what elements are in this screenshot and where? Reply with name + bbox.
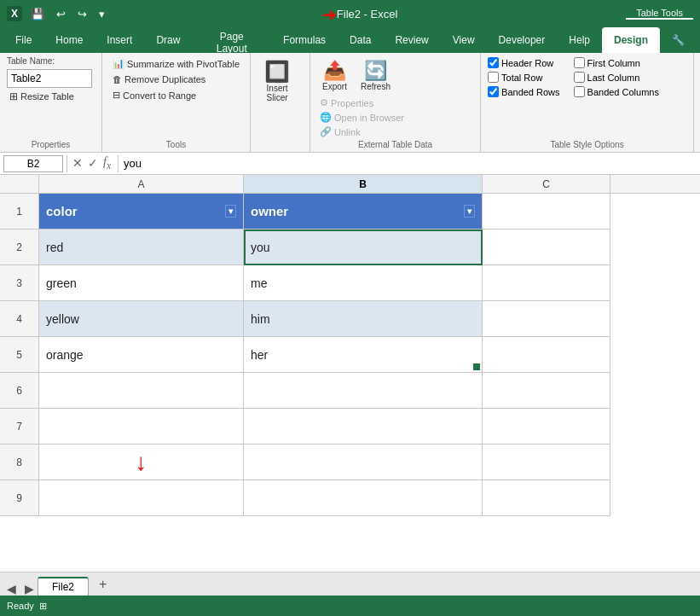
- row-num-3: 3: [0, 265, 39, 301]
- corner-cell: [0, 175, 39, 193]
- total-row-checkbox[interactable]: [488, 72, 499, 83]
- row-num-6: 6: [0, 373, 39, 409]
- confirm-formula-icon[interactable]: ✓: [86, 156, 100, 170]
- grid-cell-1c[interactable]: [483, 194, 610, 230]
- grid-cell-6a[interactable]: [39, 373, 244, 409]
- grid-cell-9a[interactable]: [39, 480, 244, 516]
- table-resize-handle[interactable]: [473, 363, 480, 370]
- banded-rows-label[interactable]: Banded Rows: [501, 87, 560, 97]
- first-column-checkbox[interactable]: [574, 57, 585, 68]
- unlink-button: 🔗 Unlink: [317, 125, 407, 138]
- export-button[interactable]: 📤 Export: [317, 56, 352, 95]
- grid-cell-3c[interactable]: [483, 265, 610, 301]
- grid-cell-3b[interactable]: me: [244, 265, 483, 301]
- grid-cell-2a[interactable]: red: [39, 230, 244, 265]
- redo-button[interactable]: ↪: [74, 6, 90, 22]
- first-column-label[interactable]: First Column: [587, 58, 640, 68]
- grid-cell-7c[interactable]: [483, 409, 610, 445]
- col-header-c[interactable]: C: [483, 175, 610, 193]
- grid-cell-8c[interactable]: [483, 445, 610, 480]
- tab-view[interactable]: View: [441, 27, 487, 53]
- tab-tools[interactable]: 🔧: [660, 27, 697, 53]
- qs-dropdown-button[interactable]: ▾: [95, 6, 108, 22]
- convert-label: Convert to Range: [123, 90, 196, 101]
- header-row-label[interactable]: Header Row: [501, 58, 553, 68]
- grid-cell-8b[interactable]: [244, 445, 483, 480]
- grid-cell-5a[interactable]: orange: [39, 337, 244, 373]
- owner-dropdown-arrow[interactable]: ▾: [464, 205, 475, 218]
- banded-rows-option: Banded Rows: [488, 85, 560, 98]
- table-name-input[interactable]: [7, 69, 92, 88]
- browser-label: Open in Browser: [334, 113, 404, 123]
- tab-formulas[interactable]: Formulas: [271, 27, 338, 53]
- grid-cell-6c[interactable]: [483, 373, 610, 409]
- resize-table-button[interactable]: ⊞ Resize Table: [7, 90, 92, 103]
- column-headers: A B C: [0, 175, 700, 194]
- tab-developer[interactable]: Developer: [487, 27, 558, 53]
- insert-slicer-button[interactable]: 🔲 InsertSlicer: [257, 56, 297, 106]
- grid-cell-9c[interactable]: [483, 480, 610, 516]
- tab-data[interactable]: Data: [338, 27, 383, 53]
- tab-insert[interactable]: Insert: [95, 27, 144, 53]
- table-header-color[interactable]: color ▾: [39, 194, 244, 230]
- header-row-checkbox[interactable]: [488, 57, 499, 68]
- banded-rows-checkbox[interactable]: [488, 86, 499, 97]
- grid-cell-2b[interactable]: you: [244, 230, 483, 265]
- excel-icon: X: [7, 6, 22, 21]
- slicer-label: InsertSlicer: [267, 84, 288, 102]
- col-header-b[interactable]: B: [244, 175, 483, 193]
- grid-cell-5b[interactable]: her: [244, 337, 483, 373]
- properties-icon: ⚙: [320, 97, 328, 108]
- properties-label: Properties: [331, 98, 373, 108]
- grid-cell-6b[interactable]: [244, 373, 483, 409]
- tab-file[interactable]: File: [3, 27, 43, 53]
- remove-duplicates-button[interactable]: 🗑 Remove Duplicates: [109, 73, 243, 86]
- tools-group-label: Tools: [109, 138, 243, 152]
- insert-function-icon[interactable]: fx: [101, 155, 113, 171]
- refresh-button[interactable]: 🔄 Refresh: [356, 56, 396, 95]
- tab-design[interactable]: Design: [602, 27, 660, 53]
- first-column-option: First Column: [574, 56, 659, 69]
- tab-draw[interactable]: Draw: [144, 27, 192, 53]
- grid-cell-9b[interactable]: [244, 480, 483, 516]
- title-text: File2 - Excel: [337, 8, 398, 20]
- cell-reference-box[interactable]: [3, 155, 63, 172]
- banded-columns-label[interactable]: Banded Columns: [587, 87, 659, 97]
- tab-help[interactable]: Help: [557, 27, 602, 53]
- tab-home[interactable]: Home: [43, 27, 95, 53]
- grid: 1 color ▾ owner ▾ 2 red you 3 green me: [0, 194, 700, 516]
- total-row-label[interactable]: Total Row: [501, 73, 542, 83]
- tab-review[interactable]: Review: [383, 27, 440, 53]
- summarize-pivottable-button[interactable]: 📊 Summarize with PivotTable: [109, 56, 243, 71]
- grid-cell-4a[interactable]: yellow: [39, 301, 244, 337]
- grid-cell-2c[interactable]: [483, 230, 610, 265]
- grid-cell-3a[interactable]: green: [39, 265, 244, 301]
- formula-icons: ✕ ✓ fx: [71, 155, 113, 171]
- undo-button[interactable]: ↩: [53, 6, 69, 22]
- formula-input[interactable]: [124, 157, 697, 170]
- tab-page-layout[interactable]: Page Layout: [192, 27, 271, 53]
- table-header-owner[interactable]: owner ▾: [244, 194, 483, 230]
- window-title: ➜ File2 - Excel: [108, 8, 626, 20]
- save-button[interactable]: 💾: [27, 6, 48, 22]
- tools-group: 📊 Summarize with PivotTable 🗑 Remove Dup…: [102, 53, 251, 152]
- grid-cell-5c[interactable]: [483, 337, 610, 373]
- color-dropdown-arrow[interactable]: ▾: [225, 205, 236, 218]
- cancel-formula-icon[interactable]: ✕: [71, 156, 84, 170]
- slicer-group-label: [257, 148, 303, 152]
- table-row: 3 green me: [0, 265, 700, 301]
- ribbon-tabs: File Home Insert Draw Page Layout Formul…: [0, 27, 700, 53]
- grid-cell-7b[interactable]: [244, 409, 483, 445]
- owner-header-text: owner: [251, 204, 288, 218]
- grid-cell-8a[interactable]: ↓: [39, 445, 244, 480]
- convert-to-range-button[interactable]: ⊟ Convert to Range: [109, 88, 243, 102]
- grid-cell-4c[interactable]: [483, 301, 610, 337]
- title-bar-right: Table Tools: [626, 8, 693, 20]
- grid-cell-7a[interactable]: [39, 409, 244, 445]
- last-column-checkbox[interactable]: [574, 72, 585, 83]
- last-column-label[interactable]: Last Column: [587, 73, 640, 83]
- banded-columns-checkbox[interactable]: [574, 86, 585, 97]
- grid-cell-4b[interactable]: him: [244, 301, 483, 337]
- col-header-a[interactable]: A: [39, 175, 244, 193]
- remove-dupes-icon: 🗑: [113, 74, 122, 84]
